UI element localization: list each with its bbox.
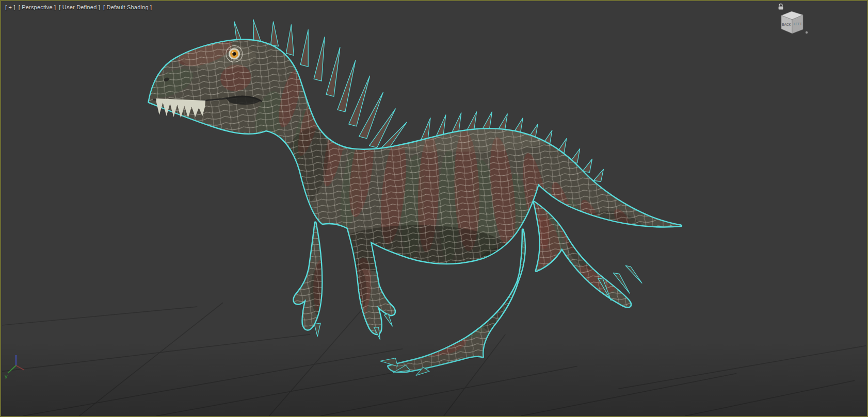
viewport-menu-general[interactable]: [ + ] bbox=[5, 4, 15, 10]
viewcube-face-left-label: LEFT bbox=[794, 22, 802, 26]
perspective-viewport[interactable]: [ + ] [ Perspective ] [ User Defined ] [… bbox=[0, 0, 868, 417]
viewport-canvas bbox=[1, 1, 867, 416]
viewport-menu-shading[interactable]: [ Default Shading ] bbox=[103, 4, 152, 10]
dinosaur-skin-texture bbox=[125, 15, 711, 385]
axis-y-line bbox=[8, 365, 16, 373]
viewcube[interactable]: BACK LEFT bbox=[775, 5, 809, 37]
axis-x-line bbox=[16, 365, 24, 370]
viewcube-orbit-dot[interactable] bbox=[806, 31, 808, 34]
viewport-menu-view-name[interactable]: [ User Defined ] bbox=[59, 4, 100, 10]
viewport-label-bar: [ + ] [ Perspective ] [ User Defined ] [… bbox=[5, 4, 152, 10]
viewcube-face-back-label: BACK bbox=[782, 23, 791, 26]
viewport-menu-point-of-view[interactable]: [ Perspective ] bbox=[19, 4, 56, 10]
axis-y-label: y bbox=[5, 373, 8, 379]
world-axis-gizmo: y bbox=[3, 351, 27, 379]
